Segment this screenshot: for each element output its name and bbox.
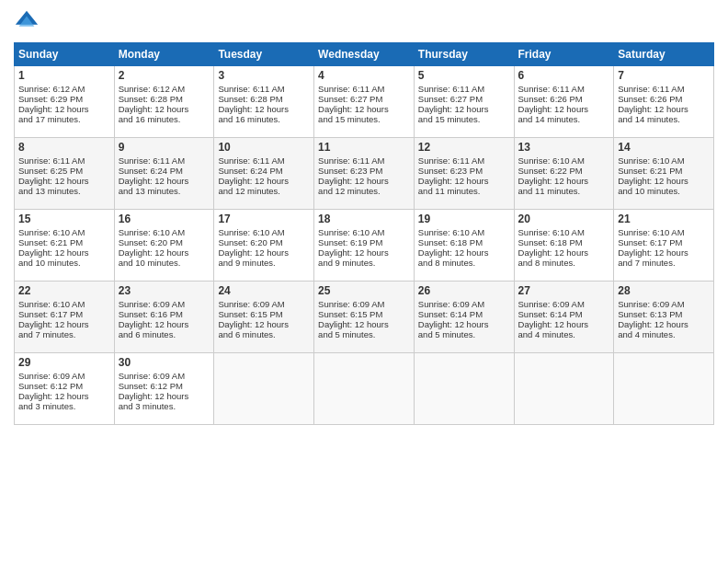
- day-number: 20: [518, 213, 610, 225]
- day-header-row: SundayMondayTuesdayWednesdayThursdayFrid…: [15, 43, 714, 66]
- cell-line: Sunset: 6:18 PM: [518, 237, 610, 247]
- day-number: 3: [218, 69, 310, 82]
- calendar-cell: [614, 353, 714, 425]
- cell-line: Daylight: 12 hours: [418, 176, 510, 186]
- cell-line: Sunset: 6:24 PM: [119, 166, 210, 176]
- cell-line: Sunrise: 6:12 AM: [119, 84, 210, 94]
- calendar-cell: 16Sunrise: 6:10 AMSunset: 6:20 PMDayligh…: [114, 210, 214, 282]
- cell-line: Sunset: 6:14 PM: [418, 309, 510, 319]
- calendar-cell: 27Sunrise: 6:09 AMSunset: 6:14 PMDayligh…: [514, 282, 614, 353]
- calendar-cell: [214, 353, 314, 425]
- cell-line: Sunrise: 6:10 AM: [318, 227, 410, 237]
- day-number: 21: [618, 213, 710, 225]
- day-number: 2: [119, 69, 210, 82]
- calendar-cell: 1Sunrise: 6:12 AMSunset: 6:29 PMDaylight…: [15, 66, 115, 138]
- cell-line: Sunrise: 6:11 AM: [18, 155, 110, 166]
- calendar-cell: 5Sunrise: 6:11 AMSunset: 6:27 PMDaylight…: [414, 66, 514, 138]
- cell-line: and 12 minutes.: [218, 186, 310, 196]
- day-number: 23: [119, 284, 210, 297]
- cell-line: Sunset: 6:15 PM: [318, 309, 410, 319]
- day-header-thursday: Thursday: [414, 43, 514, 66]
- calendar-cell: 23Sunrise: 6:09 AMSunset: 6:16 PMDayligh…: [114, 282, 214, 353]
- cell-line: Daylight: 12 hours: [518, 176, 610, 186]
- cell-line: and 10 minutes.: [119, 258, 210, 268]
- week-row: 15Sunrise: 6:10 AMSunset: 6:21 PMDayligh…: [15, 210, 714, 282]
- calendar-cell: 10Sunrise: 6:11 AMSunset: 6:24 PMDayligh…: [214, 138, 314, 210]
- cell-line: and 7 minutes.: [618, 258, 710, 268]
- day-header-sunday: Sunday: [15, 43, 115, 66]
- cell-line: Daylight: 12 hours: [119, 247, 210, 258]
- cell-line: Sunset: 6:17 PM: [618, 237, 710, 247]
- cell-line: Daylight: 12 hours: [518, 247, 610, 258]
- cell-line: Daylight: 12 hours: [18, 104, 110, 114]
- calendar-cell: 7Sunrise: 6:11 AMSunset: 6:26 PMDaylight…: [614, 66, 714, 138]
- cell-line: Sunset: 6:14 PM: [518, 309, 610, 319]
- cell-line: and 4 minutes.: [618, 329, 710, 339]
- cell-line: Daylight: 12 hours: [218, 176, 310, 186]
- cell-line: and 11 minutes.: [418, 186, 510, 196]
- cell-line: Daylight: 12 hours: [318, 247, 410, 258]
- cell-line: Sunset: 6:13 PM: [618, 309, 710, 319]
- cell-line: Sunrise: 6:09 AM: [518, 299, 610, 309]
- day-header-saturday: Saturday: [614, 43, 714, 66]
- header-row: [14, 9, 714, 35]
- cell-line: Sunrise: 6:09 AM: [418, 299, 510, 309]
- week-row: 29Sunrise: 6:09 AMSunset: 6:12 PMDayligh…: [15, 353, 714, 425]
- cell-line: Daylight: 12 hours: [18, 176, 110, 186]
- cell-line: Daylight: 12 hours: [418, 104, 510, 114]
- cell-line: Sunset: 6:21 PM: [618, 166, 710, 176]
- cell-line: and 6 minutes.: [218, 329, 310, 339]
- cell-line: Sunset: 6:21 PM: [18, 237, 110, 247]
- calendar-cell: 4Sunrise: 6:11 AMSunset: 6:27 PMDaylight…: [314, 66, 415, 138]
- calendar-cell: 18Sunrise: 6:10 AMSunset: 6:19 PMDayligh…: [314, 210, 415, 282]
- day-number: 13: [518, 141, 610, 154]
- calendar-cell: 13Sunrise: 6:10 AMSunset: 6:22 PMDayligh…: [514, 138, 614, 210]
- cell-line: Sunset: 6:26 PM: [618, 94, 710, 104]
- cell-line: Daylight: 12 hours: [218, 319, 310, 329]
- calendar-cell: 8Sunrise: 6:11 AMSunset: 6:25 PMDaylight…: [15, 138, 115, 210]
- day-number: 24: [218, 284, 310, 297]
- cell-line: Sunset: 6:12 PM: [18, 381, 110, 391]
- cell-line: and 10 minutes.: [618, 186, 710, 196]
- cell-line: Sunset: 6:25 PM: [18, 166, 110, 176]
- cell-line: Sunrise: 6:11 AM: [318, 155, 410, 166]
- day-number: 27: [518, 284, 610, 297]
- calendar-cell: 21Sunrise: 6:10 AMSunset: 6:17 PMDayligh…: [614, 210, 714, 282]
- calendar-cell: [414, 353, 514, 425]
- cell-line: Daylight: 12 hours: [518, 319, 610, 329]
- cell-line: Daylight: 12 hours: [119, 319, 210, 329]
- cell-line: Daylight: 12 hours: [318, 104, 410, 114]
- cell-line: Sunset: 6:16 PM: [119, 309, 210, 319]
- calendar-cell: 19Sunrise: 6:10 AMSunset: 6:18 PMDayligh…: [414, 210, 514, 282]
- cell-line: Sunset: 6:27 PM: [418, 94, 510, 104]
- cell-line: Sunrise: 6:10 AM: [618, 227, 710, 237]
- day-number: 28: [618, 284, 710, 297]
- cell-line: and 14 minutes.: [618, 114, 710, 124]
- cell-line: Sunset: 6:27 PM: [318, 94, 410, 104]
- cell-line: Daylight: 12 hours: [119, 176, 210, 186]
- calendar-thead: SundayMondayTuesdayWednesdayThursdayFrid…: [15, 43, 714, 66]
- cell-line: Sunrise: 6:11 AM: [318, 84, 410, 94]
- cell-line: and 15 minutes.: [318, 114, 410, 124]
- cell-line: Sunset: 6:28 PM: [119, 94, 210, 104]
- cell-line: Daylight: 12 hours: [618, 176, 710, 186]
- day-number: 30: [119, 356, 210, 369]
- cell-line: Sunrise: 6:11 AM: [218, 84, 310, 94]
- calendar-cell: 24Sunrise: 6:09 AMSunset: 6:15 PMDayligh…: [214, 282, 314, 353]
- calendar-cell: 14Sunrise: 6:10 AMSunset: 6:21 PMDayligh…: [614, 138, 714, 210]
- cell-line: Daylight: 12 hours: [518, 104, 610, 114]
- cell-line: Daylight: 12 hours: [418, 319, 510, 329]
- week-row: 8Sunrise: 6:11 AMSunset: 6:25 PMDaylight…: [15, 138, 714, 210]
- cell-line: and 8 minutes.: [418, 258, 510, 268]
- cell-line: Daylight: 12 hours: [18, 391, 110, 401]
- day-number: 12: [418, 141, 510, 154]
- calendar-cell: 25Sunrise: 6:09 AMSunset: 6:15 PMDayligh…: [314, 282, 415, 353]
- cell-line: Daylight: 12 hours: [218, 104, 310, 114]
- calendar-table: SundayMondayTuesdayWednesdayThursdayFrid…: [14, 42, 714, 425]
- cell-line: Daylight: 12 hours: [618, 104, 710, 114]
- cell-line: Sunrise: 6:09 AM: [218, 299, 310, 309]
- day-number: 6: [518, 69, 610, 82]
- cell-line: Sunrise: 6:09 AM: [318, 299, 410, 309]
- calendar-cell: 29Sunrise: 6:09 AMSunset: 6:12 PMDayligh…: [15, 353, 115, 425]
- calendar-cell: 9Sunrise: 6:11 AMSunset: 6:24 PMDaylight…: [114, 138, 214, 210]
